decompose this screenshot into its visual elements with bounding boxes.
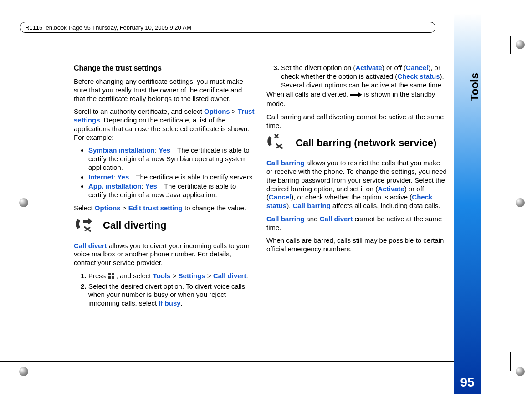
list-item: Set the divert option on (Activate) or o… [281,64,447,89]
svg-point-1 [89,230,91,232]
svg-rect-2 [108,273,111,275]
ui-term-tools: Tools [153,272,171,280]
crop-mark [2,352,20,371]
heading-trust-settings: Change the trust settings [74,64,255,73]
ui-term-yes: Yes [117,173,129,181]
list-item: Press , and select Tools > Settings > Ca… [88,272,255,281]
list-item: App. installation: Yes—The certificate i… [88,182,255,199]
paragraph: Call barring and Call divert cannot be a… [266,215,447,232]
ui-term-call-barring: Call barring [266,159,304,167]
ui-term-edit-trust-setting: Edit trust setting [128,204,183,212]
binder-hole [516,198,525,207]
list-item: Internet: Yes—The certificate is able to… [88,173,255,182]
paragraph: When all calls are diverted, is shown in… [266,90,447,108]
binder-hole [516,367,525,376]
ui-term-settings: Settings [179,272,205,280]
ui-term-yes: Yes [159,146,170,154]
paragraph: Call barring allows you to restrict the … [266,159,447,210]
svg-rect-6 [350,94,358,96]
ui-term-call-barring: Call barring [293,202,331,209]
crop-line [0,45,458,45]
crop-line [0,361,458,362]
divert-indicator-icon [350,91,362,100]
call-barring-icon [266,134,287,151]
binder-hole [19,198,28,207]
ui-term-yes: Yes [145,182,157,190]
svg-point-7 [276,143,277,145]
side-panel: Tools 95 [454,14,481,394]
svg-point-0 [84,226,86,228]
ui-term-cancel: Cancel [269,193,291,201]
paragraph: Call divert allows you to divert your in… [74,242,255,267]
ui-term-options: Options [204,107,230,115]
ui-term-call-divert: Call divert [74,242,107,250]
section-tab: Tools [468,73,481,101]
menu-key-icon [108,273,114,281]
svg-rect-4 [108,276,111,279]
book-header: R1115_en.book Page 95 Thursday, February… [20,22,435,33]
heading-call-barring: Call barring (network service) [266,134,447,151]
heading-text: Call diverting [103,219,166,232]
paragraph: Before changing any certificate settings… [74,77,255,103]
paragraph: Call barring and call diverting cannot b… [266,113,447,130]
paragraph: Scroll to an authority certificate, and … [74,107,255,142]
ui-term-cancel: Cancel [406,64,428,71]
ui-term-if-busy: If busy [159,299,180,307]
svg-point-8 [281,147,283,149]
ui-term-activate: Activate [355,64,382,71]
ui-term-call-barring: Call barring [266,215,304,223]
ui-term-call-divert: Call divert [213,272,246,280]
ui-term-call-divert: Call divert [320,215,353,223]
list-item: Select the desired divert option. To div… [88,282,255,308]
paragraph: Select Options > Edit trust setting to c… [74,204,255,213]
ui-term-symbian-installation: Symbian installation [88,146,155,154]
svg-rect-3 [112,273,114,275]
ui-term-options: Options [95,204,121,212]
page-number: 95 [454,375,481,390]
paragraph: When calls are barred, calls still may b… [266,236,447,254]
binder-hole [516,40,525,49]
binder-hole [19,367,28,376]
heading-text: Call barring (network service) [296,137,436,149]
ui-term-app-installation: App. installation [88,182,142,190]
ui-term-check-status: Check status [397,72,440,80]
page-content: Change the trust settings Before changin… [74,64,447,360]
heading-call-diverting: Call diverting [74,217,255,234]
list-item: Symbian installation: Yes—The certificat… [88,146,255,172]
call-divert-icon [74,217,95,234]
ui-term-internet: Internet [88,173,113,181]
ui-term-activate: Activate [378,185,404,193]
svg-rect-5 [112,276,114,279]
book-header-text: R1115_en.book Page 95 Thursday, February… [25,24,191,31]
